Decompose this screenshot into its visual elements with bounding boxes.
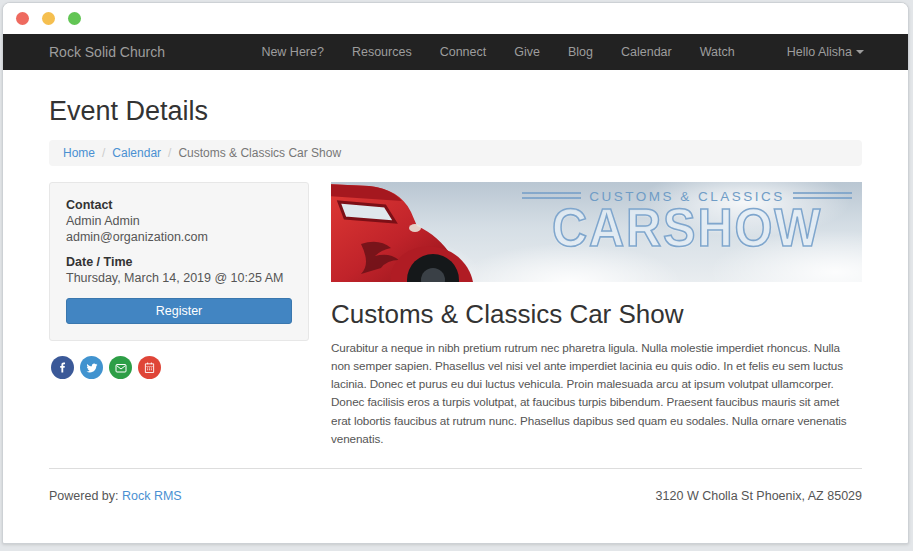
window-titlebar: [3, 3, 908, 34]
minimize-window-button[interactable]: [42, 12, 55, 25]
datetime-label: Date / Time: [66, 255, 292, 269]
chevron-down-icon: [856, 50, 864, 54]
share-buttons: [49, 356, 309, 379]
site-navbar: Rock Solid Church New Here? Resources Co…: [3, 34, 908, 70]
page-content: Event Details Home / Calendar / Customs …: [3, 96, 908, 503]
breadcrumb: Home / Calendar / Customs & Classics Car…: [49, 140, 862, 166]
facebook-icon: [57, 362, 68, 373]
event-sidebar: Contact Admin Admin admin@organization.c…: [49, 182, 309, 379]
nav-item-resources[interactable]: Resources: [338, 45, 426, 59]
contact-name: Admin Admin: [66, 214, 292, 228]
navbar-menu: New Here? Resources Connect Give Blog Ca…: [247, 45, 890, 59]
organization-address: 3120 W Cholla St Phoenix, AZ 85029: [656, 489, 862, 503]
hot-rod-car-illustration: [331, 182, 546, 282]
nav-item-give[interactable]: Give: [500, 45, 554, 59]
nav-item-watch[interactable]: Watch: [686, 45, 749, 59]
event-summary-panel: Contact Admin Admin admin@organization.c…: [49, 182, 309, 341]
nav-item-calendar[interactable]: Calendar: [607, 45, 686, 59]
add-to-calendar-button[interactable]: [138, 356, 161, 379]
user-menu-label: Hello Alisha: [787, 45, 852, 59]
nav-item-new-here[interactable]: New Here?: [247, 45, 338, 59]
twitter-share-button[interactable]: [80, 356, 103, 379]
event-details-layout: Contact Admin Admin admin@organization.c…: [49, 182, 862, 448]
powered-by: Powered by: Rock RMS: [49, 489, 182, 503]
contact-email: admin@organization.com: [66, 230, 292, 244]
event-description: Curabitur a neque in nibh pretium rutrum…: [331, 339, 862, 448]
close-window-button[interactable]: [16, 12, 29, 25]
banner-text: CUSTOMS & CLASSICS CARSHOW: [522, 189, 852, 253]
calendar-icon: [144, 362, 155, 373]
nav-item-connect[interactable]: Connect: [426, 45, 501, 59]
event-main: CUSTOMS & CLASSICS CARSHOW Customs & Cla…: [331, 182, 862, 448]
zoom-window-button[interactable]: [68, 12, 81, 25]
breadcrumb-current-page: Customs & Classics Car Show: [178, 146, 341, 160]
register-button[interactable]: Register: [66, 298, 292, 324]
navbar-brand[interactable]: Rock Solid Church: [49, 44, 165, 60]
page-footer: Powered by: Rock RMS 3120 W Cholla St Ph…: [49, 469, 862, 503]
browser-window: Rock Solid Church New Here? Resources Co…: [2, 2, 909, 544]
event-title: Customs & Classics Car Show: [331, 299, 862, 330]
breadcrumb-calendar-link[interactable]: Calendar: [112, 146, 161, 160]
datetime-value: Thursday, March 14, 2019 @ 10:25 AM: [66, 271, 292, 285]
page-title: Event Details: [49, 96, 862, 127]
event-banner-image: CUSTOMS & CLASSICS CARSHOW: [331, 182, 862, 282]
user-account-dropdown[interactable]: Hello Alisha: [787, 45, 864, 59]
datetime-group: Date / Time Thursday, March 14, 2019 @ 1…: [66, 255, 292, 285]
contact-group: Contact Admin Admin admin@organization.c…: [66, 198, 292, 244]
banner-big-text: CARSHOW: [535, 204, 839, 253]
twitter-bird-icon: [86, 362, 98, 374]
powered-by-label: Powered by:: [49, 489, 118, 503]
breadcrumb-home-link[interactable]: Home: [63, 146, 95, 160]
facebook-share-button[interactable]: [51, 356, 74, 379]
nav-item-blog[interactable]: Blog: [554, 45, 607, 59]
email-share-button[interactable]: [109, 356, 132, 379]
contact-label: Contact: [66, 198, 292, 212]
breadcrumb-separator: /: [102, 146, 105, 160]
rock-rms-link[interactable]: Rock RMS: [122, 489, 182, 503]
envelope-icon: [115, 362, 127, 374]
breadcrumb-separator: /: [168, 146, 171, 160]
